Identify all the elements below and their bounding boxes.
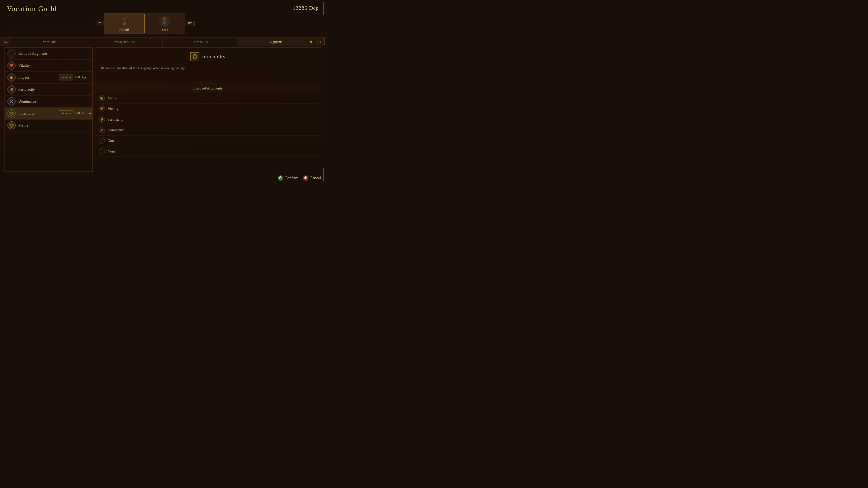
lt-button[interactable]: LT [95,21,104,26]
currency-display: 13286 Dcp [293,5,319,11]
augment-item-vitality[interactable]: Vitality [5,60,92,72]
svg-point-17 [100,150,103,153]
enabled-pertinacity-label: Pertinacity [107,118,123,122]
character-joongi[interactable]: Joongi [104,13,145,33]
remove-augments-label: Remove Augments [18,51,90,56]
augment-item-remove[interactable]: Remove Augments [5,48,92,60]
enabled-none2-icon [98,148,105,155]
skill-detail-panel: Intrepidity Reduces cumulation of the lo… [95,47,321,81]
intrepidity-label: Intrepidity [18,111,59,116]
augment-item-mettle[interactable]: Mettle [5,120,92,131]
skill-detail-divider [101,74,315,74]
enabled-item-none2[interactable]: None [95,146,321,157]
enabled-vitality-icon [98,106,105,112]
svg-point-16 [100,139,103,142]
pertinacity-label: Pertinacity [18,87,90,92]
intrepidity-cost: 5000 Dcp [75,111,90,115]
enabled-augments-header: Enabled Augments [95,84,321,93]
rt-button[interactable]: RT [185,21,195,26]
enabled-item-dominance[interactable]: Dominance [95,125,321,135]
augment-item-dominance[interactable]: Dominance [5,96,92,107]
impact-cost: 900 Dcp [75,76,90,79]
intrepidity-acquire-button[interactable]: Acquire [59,110,73,116]
enabled-item-pertinacity[interactable]: Pertinacity [95,114,321,125]
enabled-item-vitality[interactable]: Vitality [95,104,321,114]
dominance-icon [7,97,16,105]
active-tab-indicator [310,41,312,43]
enabled-item-none1[interactable]: None [95,135,321,146]
cancel-action[interactable]: Ⓑ Cancel [303,175,321,181]
augment-item-pertinacity[interactable]: Pertinacity [5,84,92,96]
augment-item-intrepidity[interactable]: Intrepidity Acquire 5000 Dcp [5,107,92,120]
mettle-icon [7,121,16,129]
character-name-zara: Zara [161,27,168,31]
intrepidity-icon [7,109,16,118]
bottom-action-bar: Ⓐ Confirm Ⓑ Cancel [278,175,321,181]
enabled-mettle-label: Mettle [107,96,117,100]
main-content: Remove Augments Vitality Impact Acquire … [4,47,321,172]
svg-line-5 [121,17,122,18]
enabled-dominance-label: Dominance [107,128,124,132]
tab-augments[interactable]: Augments [238,38,313,46]
skill-detail-description: Reduces cumulation of the loss gauge whe… [101,65,315,71]
dominance-label: Dominance [18,99,90,104]
svg-rect-10 [164,17,166,20]
enabled-augments-list: Mettle Vitality [95,93,321,157]
confirm-action[interactable]: Ⓐ Confirm [278,175,298,181]
tab-core-skills[interactable]: Core Skills [162,38,238,46]
skill-detail-header: Intrepidity [101,52,315,61]
impact-acquire-button[interactable]: Acquire [59,74,73,80]
skill-detail-title: Intrepidity [202,54,225,60]
svg-point-11 [10,52,13,55]
enabled-mettle-icon [98,95,105,101]
svg-rect-4 [122,18,126,20]
mettle-label: Mettle [18,123,90,128]
impact-label: Impact [18,75,59,80]
character-zara[interactable]: Zara [145,13,185,33]
rb-button[interactable]: RB [314,38,324,45]
enabled-none2-label: None [107,149,116,153]
augment-item-impact[interactable]: Impact Acquire 900 Dcp [5,72,92,84]
impact-icon [7,73,16,82]
page-title: Vocation Guild [7,4,57,13]
tab-vocations[interactable]: Vocations [12,38,87,46]
enabled-none1-icon [98,138,105,144]
augment-list-panel: Remove Augments Vitality Impact Acquire … [4,47,93,172]
cancel-label: Cancel [310,176,321,181]
intrepidity-dot [89,113,91,114]
avatar-joongi [119,15,130,27]
remove-icon [7,50,16,58]
navigation-tabs: LB Vocations Weapon Skills Core Skills A… [0,37,326,46]
a-button-icon: Ⓐ [278,175,283,181]
confirm-label: Confirm [285,176,298,181]
vitality-icon [7,61,16,70]
skill-detail-icon [190,52,199,61]
right-panel: Intrepidity Reduces cumulation of the lo… [95,47,321,172]
enabled-item-mettle[interactable]: Mettle [95,93,321,104]
enabled-dominance-icon [98,127,105,133]
character-name-joongi: Joongi [119,27,129,31]
enabled-none1-label: None [107,139,116,143]
pertinacity-icon [7,86,16,94]
enabled-pertinacity-icon [98,116,105,123]
character-bar: LT Joongi [95,13,230,33]
lb-button[interactable]: LB [1,38,11,45]
enabled-augments-panel: Enabled Augments Mettle [95,84,321,157]
enabled-vitality-label: Vitality [107,107,119,111]
tab-weapon-skills[interactable]: Weapon Skills [87,38,162,46]
avatar-zara [159,15,170,27]
b-button-icon: Ⓑ [303,175,308,181]
vitality-label: Vitality [18,63,90,68]
svg-line-6 [126,17,127,18]
